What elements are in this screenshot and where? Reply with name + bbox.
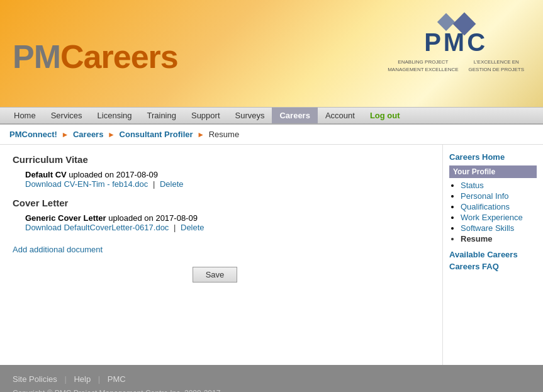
save-button[interactable]: Save xyxy=(193,267,238,283)
sidebar-available-careers: Available Careers xyxy=(449,250,537,259)
sidebar: Careers Home Your Profile Status Persona… xyxy=(442,145,543,365)
nav-support[interactable]: Support xyxy=(184,108,228,123)
cv-item-uploaded: uploaded on 2017-08-09 xyxy=(67,170,158,179)
cv-delete-link[interactable]: Delete xyxy=(160,179,184,189)
breadcrumb-current: Resume xyxy=(209,130,239,139)
main-content: Curriculum Vitae Default CV uploaded on … xyxy=(0,145,442,365)
footer-sep-1: | xyxy=(64,374,66,384)
sidebar-work-experience: Work Experience xyxy=(461,213,537,222)
breadcrumb-pmconnect[interactable]: PMConnect! xyxy=(9,130,57,139)
nav-services[interactable]: Services xyxy=(43,108,90,123)
cover-item-uploaded: uploaded on 2017-08-09 xyxy=(106,213,198,223)
cv-item-label: Default CV xyxy=(25,170,67,179)
tagline4: GESTION DE PROJETS xyxy=(469,66,524,74)
logo-pm: PM xyxy=(13,38,60,75)
sidebar-work-experience-link[interactable]: Work Experience xyxy=(461,213,523,222)
sidebar-careers-faq: Careers FAQ xyxy=(449,262,537,271)
available-careers-link[interactable]: Available Careers xyxy=(449,250,518,259)
footer-site-policies[interactable]: Site Policies xyxy=(13,374,57,384)
nav-training[interactable]: Training xyxy=(139,108,183,123)
cv-item-row: Default CV uploaded on 2017-08-09 xyxy=(25,170,430,179)
nav-careers[interactable]: Careers xyxy=(272,108,317,123)
tagline2: MANAGEMENT EXCELLENCE xyxy=(388,66,458,74)
careers-faq-link[interactable]: Careers FAQ xyxy=(449,262,499,271)
pmc-text: PMC xyxy=(424,30,488,55)
cover-item-row: Generic Cover Letter uploaded on 2017-08… xyxy=(25,213,430,223)
footer-sep-2: | xyxy=(98,374,100,384)
sidebar-your-profile-header: Your Profile xyxy=(449,165,537,178)
cv-download-link[interactable]: Download CV-EN-Tim - feb14.doc xyxy=(25,179,148,189)
pipe-2: | xyxy=(174,223,176,232)
cover-delete-link[interactable]: Delete xyxy=(181,223,204,232)
site-logo: PMCareers xyxy=(13,38,178,76)
footer-links: Site Policies | Help | PMC xyxy=(13,374,530,384)
sidebar-software-skills: Software Skills xyxy=(461,223,537,233)
tagline1: ENABLING PROJECT xyxy=(388,59,458,66)
footer: Site Policies | Help | PMC Copyright © P… xyxy=(0,365,543,392)
sidebar-status: Status xyxy=(461,181,537,190)
content-wrapper: Curriculum Vitae Default CV uploaded on … xyxy=(0,145,543,365)
cover-section-title: Cover Letter xyxy=(13,198,430,208)
add-document-link[interactable]: Add additional document xyxy=(13,245,103,254)
nav-account[interactable]: Account xyxy=(318,108,362,123)
main-nav: Home Services Licensing Training Support… xyxy=(0,107,543,125)
logo-careers: Careers xyxy=(60,38,178,75)
cover-item-links: Download DefaultCoverLetter-0617.doc | D… xyxy=(25,223,430,232)
footer-help[interactable]: Help xyxy=(74,374,91,384)
cv-section-title: Curriculum Vitae xyxy=(13,154,430,165)
sidebar-personal-info-link[interactable]: Personal Info xyxy=(461,191,509,201)
sidebar-resume-active: Resume xyxy=(461,234,537,244)
footer-copyright: Copyright © PMC Project Management Centr… xyxy=(13,389,530,392)
pipe-1: | xyxy=(153,179,155,189)
breadcrumb-arrow-2: ► xyxy=(108,130,115,139)
breadcrumb: PMConnect! ► Careers ► Consultant Profil… xyxy=(0,125,543,145)
nav-licensing[interactable]: Licensing xyxy=(90,108,140,123)
breadcrumb-arrow-3: ► xyxy=(197,130,204,139)
breadcrumb-careers[interactable]: Careers xyxy=(73,130,103,139)
footer-pmc[interactable]: PMC xyxy=(108,374,126,384)
save-area: Save xyxy=(0,267,430,283)
nav-home[interactable]: Home xyxy=(6,108,43,123)
header: PMCareers PMC ENABLING PROJECT MANAGEMEN… xyxy=(0,0,543,107)
sidebar-personal-info: Personal Info xyxy=(461,191,537,201)
add-doc-area: Add additional document xyxy=(13,238,430,254)
pmc-logo-area: PMC ENABLING PROJECT MANAGEMENT EXCELLEN… xyxy=(388,16,524,74)
breadcrumb-arrow-1: ► xyxy=(61,130,69,139)
nav-logout[interactable]: Log out xyxy=(362,108,408,123)
sidebar-status-link[interactable]: Status xyxy=(461,181,484,190)
breadcrumb-consultant-profiler[interactable]: Consultant Profiler xyxy=(120,130,193,139)
sidebar-careers-home: Careers Home xyxy=(449,152,537,162)
cover-item: Generic Cover Letter uploaded on 2017-08… xyxy=(25,213,430,232)
nav-surveys[interactable]: Surveys xyxy=(228,108,272,123)
cv-item: Default CV uploaded on 2017-08-09 Downlo… xyxy=(25,170,430,189)
sidebar-qualifications-link[interactable]: Qualifications xyxy=(461,202,510,211)
sidebar-software-skills-link[interactable]: Software Skills xyxy=(461,223,514,233)
tagline3: L'EXCELLENCE EN xyxy=(469,59,524,66)
cover-download-link[interactable]: Download DefaultCoverLetter-0617.doc xyxy=(25,223,169,232)
sidebar-resume-label: Resume xyxy=(461,234,493,244)
careers-home-link[interactable]: Careers Home xyxy=(449,152,505,162)
sidebar-qualifications: Qualifications xyxy=(461,202,537,211)
cv-item-links: Download CV-EN-Tim - feb14.doc | Delete xyxy=(25,179,430,189)
sidebar-profile-list: Status Personal Info Qualifications Work… xyxy=(461,181,537,244)
cover-item-label: Generic Cover Letter xyxy=(25,213,106,223)
